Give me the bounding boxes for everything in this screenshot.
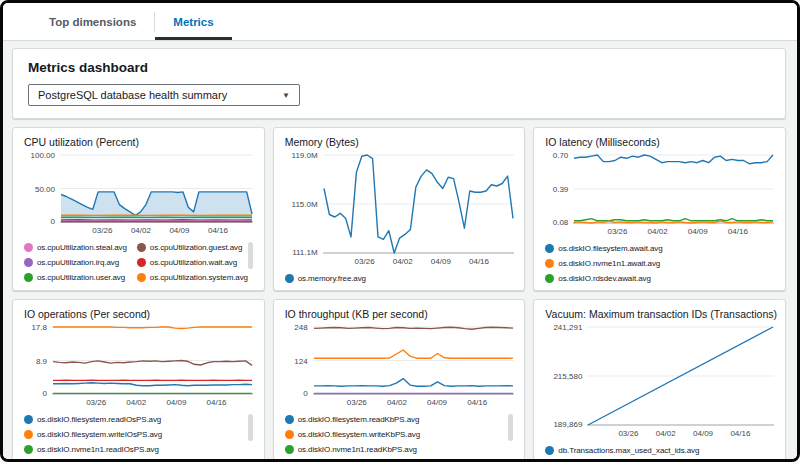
tab-metrics[interactable]: Metrics (155, 3, 231, 40)
x-tick-label: 04/09 (693, 429, 713, 438)
chart-card-4: IO throughput (KB per second)248124003/2… (273, 299, 526, 459)
legend: db.Transactions.max_used_xact_ids.avg (545, 443, 774, 458)
y-tick-label: 50.00 (35, 185, 55, 194)
chart-plot[interactable] (573, 154, 774, 224)
legend-label: os.cpuUtilization.guest.avg (150, 243, 242, 252)
y-tick-label: 248 (294, 323, 307, 332)
legend-item[interactable]: db.Transactions.max_used_xact_ids.avg (545, 443, 699, 458)
legend-item[interactable]: os.cpuUtilization.guest.avg (137, 240, 248, 255)
series-line (53, 327, 252, 329)
plot-area: 0.700.390.08 (545, 154, 774, 224)
chart-canvas[interactable] (52, 326, 253, 395)
chart-card-0: CPU utilization (Percent)100.0050.00003/… (12, 127, 265, 291)
plot-area: 100.0050.000 (24, 154, 253, 223)
legend-item[interactable]: os.cpuUtilization.wait.avg (137, 255, 248, 270)
y-tick-label: 8.9 (36, 357, 47, 366)
legend-scrollbar[interactable] (508, 414, 513, 441)
chart-title: Vacuum: Maximum transaction IDs (Transac… (545, 308, 774, 320)
legend-item[interactable]: os.cpuUtilization.irq.avg (24, 255, 127, 270)
series-color-dot (24, 273, 33, 282)
chart-canvas[interactable] (573, 154, 774, 224)
chart-canvas[interactable] (60, 154, 253, 223)
x-tick-label: 04/02 (648, 227, 668, 236)
y-axis-labels: 100.0050.000 (24, 154, 60, 223)
legend-label: os.diskIO.nvme1n1.await.avg (558, 259, 660, 268)
y-axis-labels: 119.0M115.0M111.1M (285, 154, 323, 254)
dashboard-select[interactable]: PostgreSQL database health summary ▼ (28, 84, 300, 106)
chart-plot[interactable] (323, 154, 514, 254)
chart-title: IO operations (Per second) (24, 308, 253, 320)
legend-item[interactable]: os.memory.free.avg (285, 271, 366, 286)
chart-plot[interactable] (52, 326, 253, 395)
legend-item[interactable]: os.diskIO.filesystem.readIOsPS.avg (24, 412, 161, 427)
legend-item[interactable]: os.cpuUtilization.steal.avg (24, 240, 127, 255)
legend-label: os.cpuUtilization.steal.avg (37, 243, 127, 252)
legend-scrollbar[interactable] (248, 242, 253, 269)
plot-area: 241,291215,580189,869 (545, 326, 774, 426)
chart-plot[interactable] (313, 326, 514, 395)
x-tick-label: 04/16 (207, 398, 227, 407)
series-color-dot (545, 244, 554, 253)
app-window: Top dimensions Metrics Metrics dashboard… (0, 0, 800, 462)
x-axis-labels: 03/2604/0204/0904/16 (323, 256, 514, 268)
legend-item[interactable]: os.diskIO.nvme1n1.await.avg (545, 256, 660, 271)
legend-scrollbar[interactable] (248, 414, 253, 441)
legend-item[interactable]: os.cpuUtilization.user.avg (24, 270, 127, 285)
legend-label: os.diskIO.filesystem.await.avg (558, 244, 662, 253)
plot-area: 119.0M115.0M111.1M (285, 154, 514, 254)
chart-card-2: IO latency (Milliseconds)0.700.390.0803/… (533, 127, 786, 291)
plot-area: 2481240 (285, 326, 514, 395)
legend-item[interactable]: os.diskIO.nvme1n1.writeKbPS.avg (285, 457, 418, 458)
legend-label: os.cpuUtilization.irq.avg (37, 258, 119, 267)
legend-item[interactable]: os.diskIO.filesystem.readKbPS.avg (285, 412, 420, 427)
series-color-dot (285, 274, 294, 283)
chart-plot[interactable] (60, 154, 253, 223)
legend-item[interactable]: os.diskIO.nvme1n1.readKbPS.avg (285, 442, 417, 457)
legend: os.cpuUtilization.steal.avgos.cpuUtiliza… (24, 240, 253, 286)
content-area: Metrics dashboard PostgreSQL database he… (3, 41, 797, 459)
chart-plot[interactable] (587, 326, 774, 426)
x-tick-label: 04/16 (467, 398, 487, 407)
series-color-dot (24, 415, 33, 424)
series-color-dot (545, 446, 554, 455)
legend-item[interactable]: os.diskIO.rdsdev.await.avg (545, 271, 650, 286)
chart-canvas[interactable] (587, 326, 774, 426)
chart-canvas[interactable] (313, 326, 514, 395)
metrics-dashboard-card: Metrics dashboard PostgreSQL database he… (12, 48, 786, 119)
series-color-dot (285, 430, 294, 439)
series-color-dot (137, 243, 146, 252)
legend-label: os.diskIO.nvme1n1.readKbPS.avg (298, 445, 417, 454)
legend-label: os.diskIO.filesystem.readKbPS.avg (298, 415, 420, 424)
y-tick-label: 0 (303, 389, 307, 398)
y-tick-label: 119.0M (292, 151, 318, 160)
legend-label: os.diskIO.nvme1n1.readIOsPS.avg (37, 445, 159, 454)
legend-item[interactable]: os.diskIO.filesystem.writeIOsPS.avg (24, 427, 162, 442)
y-tick-label: 189,869 (553, 420, 582, 429)
x-tick-label: 04/09 (169, 226, 189, 235)
series-line (574, 155, 773, 164)
y-axis-labels: 0.700.390.08 (545, 154, 573, 224)
chart-canvas[interactable] (323, 154, 514, 254)
x-tick-label: 04/02 (387, 398, 407, 407)
series-line (53, 383, 252, 386)
x-tick-label: 04/16 (469, 257, 489, 266)
legend-item[interactable]: os.diskIO.filesystem.await.avg (545, 241, 662, 256)
series-line (53, 361, 252, 366)
legend-item[interactable]: os.diskIO.nvme1n1.readIOsPS.avg (24, 442, 159, 457)
x-tick-label: 04/02 (131, 226, 151, 235)
tab-top-dimensions[interactable]: Top dimensions (31, 3, 154, 40)
legend-item[interactable]: os.diskIO.filesystem.writeKbPS.avg (285, 427, 420, 442)
legend-item[interactable]: os.diskIO.nvme1n1.writeIOsPS.avg (24, 457, 160, 458)
charts-grid: CPU utilization (Percent)100.0050.00003/… (12, 127, 786, 459)
x-tick-label: 03/26 (347, 398, 367, 407)
legend-label: os.cpuUtilization.wait.avg (150, 258, 237, 267)
y-tick-label: 17.8 (31, 323, 47, 332)
legend-item[interactable]: os.cpuUtilization.system.avg (137, 270, 248, 285)
dashboard-title: Metrics dashboard (28, 60, 770, 75)
series-color-dot (24, 243, 33, 252)
series-line (314, 379, 513, 387)
chart-card-3: IO operations (Per second)17.88.9003/260… (12, 299, 265, 459)
series-color-dot (545, 274, 554, 283)
legend-item[interactable]: os.cpuUtilization.nice.avg (24, 285, 127, 286)
series-color-dot (545, 259, 554, 268)
